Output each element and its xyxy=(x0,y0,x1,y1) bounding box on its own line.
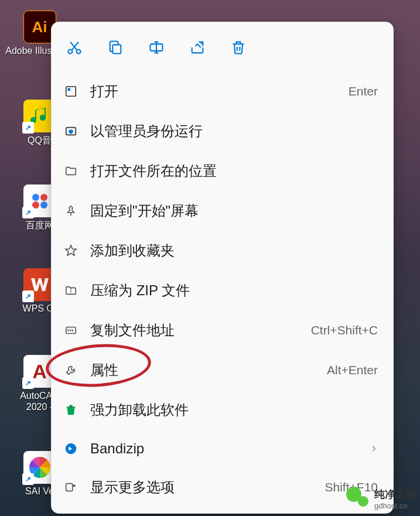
watermark-text: 纯净之家 xyxy=(374,487,416,501)
menu-label: 属性 xyxy=(90,361,315,380)
cut-button[interactable] xyxy=(64,37,84,57)
svg-point-0 xyxy=(32,194,39,201)
svg-rect-27 xyxy=(66,484,73,491)
menu-label: 强力卸载此软件 xyxy=(90,401,378,419)
svg-line-23 xyxy=(70,329,71,332)
svg-rect-25 xyxy=(69,405,73,407)
menu-shortcut: Ctrl+Shift+C xyxy=(311,323,378,337)
svg-rect-14 xyxy=(68,88,71,91)
shield-icon xyxy=(63,124,78,139)
pin-icon xyxy=(63,203,78,218)
menu-shortcut: Alt+Enter xyxy=(327,363,378,377)
watermark: 纯净之家 gdhost.cn xyxy=(346,487,416,510)
chevron-right-icon xyxy=(370,445,378,453)
menu-item-properties[interactable]: 属性 Alt+Enter xyxy=(52,350,393,390)
icon-label: 百度网 xyxy=(26,220,54,232)
wrench-icon xyxy=(63,363,78,378)
menu-item-uninstall[interactable]: 强力卸载此软件 xyxy=(52,390,393,430)
menu-label: 压缩为 ZIP 文件 xyxy=(90,281,378,300)
svg-line-24 xyxy=(72,329,73,332)
watermark-logo-icon xyxy=(346,487,370,510)
menu-label: 打开 xyxy=(90,82,337,101)
menu-item-open[interactable]: 打开 Enter xyxy=(52,71,393,111)
icon-label: SAI Ve xyxy=(25,486,54,497)
rename-button[interactable] xyxy=(146,37,166,57)
menu-item-pin-start[interactable]: 固定到"开始"屏幕 xyxy=(52,191,393,231)
menu-item-bandizip[interactable]: Bandizip xyxy=(52,430,393,467)
menu-label: Bandizip xyxy=(90,440,358,457)
app-icon xyxy=(63,84,78,99)
share-button[interactable] xyxy=(187,37,207,57)
path-icon xyxy=(63,323,78,338)
zip-icon xyxy=(63,283,78,298)
bandizip-icon xyxy=(63,441,78,456)
menu-item-open-location[interactable]: 打开文件所在的位置 xyxy=(52,151,393,191)
trash-green-icon xyxy=(63,402,78,418)
menu-item-add-favorites[interactable]: 添加到收藏夹 xyxy=(52,231,393,271)
menu-item-copy-path[interactable]: 复制文件地址 Ctrl+Shift+C xyxy=(52,310,393,350)
more-icon xyxy=(63,480,78,495)
menu-shortcut: Enter xyxy=(349,84,378,98)
svg-rect-13 xyxy=(66,87,76,97)
menu-item-compress-zip[interactable]: 压缩为 ZIP 文件 xyxy=(52,271,393,310)
menu-label: 固定到"开始"屏幕 xyxy=(90,201,378,220)
watermark-url: gdhost.cn xyxy=(374,501,416,510)
svg-point-5 xyxy=(77,50,81,54)
svg-line-22 xyxy=(68,329,69,332)
context-menu-toolbar xyxy=(52,28,393,71)
menu-label: 以管理员身份运行 xyxy=(90,122,378,141)
folder-icon xyxy=(63,163,78,179)
icon-label: QQ音 xyxy=(28,135,52,147)
copy-button[interactable] xyxy=(105,37,125,57)
svg-point-1 xyxy=(40,194,47,201)
svg-point-3 xyxy=(40,201,47,209)
svg-marker-17 xyxy=(66,245,76,255)
context-menu: 打开 Enter 以管理员身份运行 打开文件所在的位置 固定到"开始"屏幕 添加… xyxy=(51,22,394,514)
menu-item-run-admin[interactable]: 以管理员身份运行 xyxy=(52,111,393,151)
menu-label: 打开文件所在的位置 xyxy=(90,162,378,180)
menu-label: 显示更多选项 xyxy=(90,478,313,497)
star-icon xyxy=(63,243,78,258)
delete-button[interactable] xyxy=(228,37,248,57)
svg-point-4 xyxy=(69,50,73,54)
menu-label: 复制文件地址 xyxy=(90,321,299,340)
svg-rect-8 xyxy=(112,45,121,53)
menu-item-more-options[interactable]: 显示更多选项 Shift+F10 xyxy=(52,467,393,507)
menu-label: 添加到收藏夹 xyxy=(90,241,378,260)
